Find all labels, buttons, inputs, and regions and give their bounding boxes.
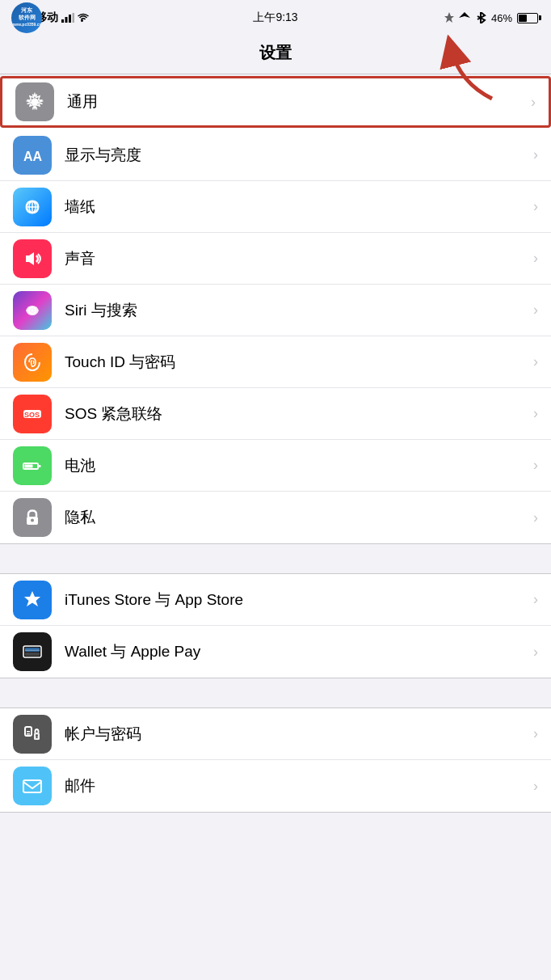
mail-label: 邮件 [65,775,527,796]
settings-row-battery[interactable]: 电池 › [0,440,551,492]
svg-text:SOS: SOS [24,411,40,419]
accounts-label: 帐户与密码 [65,724,527,745]
settings-group-1: 通用 › AA 显示与亮度 › [0,76,551,544]
display-label: 显示与亮度 [65,145,527,166]
svg-rect-19 [25,464,33,467]
settings-row-wallpaper[interactable]: 墙纸 › [0,181,551,233]
svg-marker-11 [26,252,34,265]
general-label: 通用 [67,91,524,112]
svg-rect-26 [25,650,40,652]
watermark: 河东软件网www.pc0359.cn [6,2,47,34]
svg-rect-28 [27,731,30,733]
wallpaper-label: 墙纸 [65,196,527,218]
siri-label: Siri 与搜索 [65,300,527,321]
wallet-chevron: › [533,644,538,661]
settings-row-sos[interactable]: SOS SOS 紧急联络 › [0,388,551,440]
bluetooth-icon [475,12,486,23]
svg-rect-33 [23,780,41,792]
privacy-label: 隐私 [65,507,527,528]
display-chevron: › [533,146,538,163]
wifi-icon [78,13,89,23]
general-chevron: › [531,94,536,111]
time-label: 上午9:13 [253,11,297,25]
appstore-icon [13,581,52,619]
sos-icon: SOS [13,395,52,433]
settings-row-display[interactable]: AA 显示与亮度 › [0,129,551,181]
svg-rect-32 [36,737,38,738]
sos-label: SOS 紧急联络 [65,403,527,425]
settings-group-2: iTunes Store 与 App Store › Wallet 与 Appl… [0,573,551,678]
svg-text:AA: AA [23,150,43,163]
wallet-label: Wallet 与 Apple Pay [65,641,527,662]
appstore-label: iTunes Store 与 App Store [65,589,527,610]
status-bar: 河东软件网www.pc0359.cn 中国移动 上午9:13 46% [0,0,551,36]
battery-icon [517,13,538,23]
svg-rect-25 [25,653,40,656]
battery-chevron: › [533,457,538,474]
accounts-chevron: › [533,725,538,742]
settings-row-touchid[interactable]: Touch ID 与密码 › [0,336,551,388]
sound-icon [13,239,52,278]
appstore-chevron: › [533,591,538,608]
nav-bar: 设置 [0,36,551,74]
settings-row-wallet[interactable]: Wallet 与 Apple Pay › [0,626,551,678]
wallpaper-icon [13,188,52,226]
svg-rect-3 [73,13,75,23]
settings-row-appstore[interactable]: iTunes Store 与 App Store › [0,574,551,626]
battery-row-icon [13,446,52,485]
signal-icon [61,13,74,23]
sound-label: 声音 [65,248,527,269]
svg-rect-2 [69,15,71,23]
svg-rect-1 [65,17,68,23]
settings-row-siri[interactable]: Siri 与搜索 › [0,285,551,336]
display-icon: AA [13,136,52,175]
settings-row-sound[interactable]: 声音 › [0,233,551,285]
svg-point-14 [32,309,34,311]
settings-row-accounts[interactable]: 帐户与密码 › [0,708,551,760]
accounts-icon [13,715,52,754]
privacy-chevron: › [533,509,538,526]
siri-icon [13,291,52,330]
siri-chevron: › [533,302,538,319]
battery-label: 电池 [65,455,527,476]
mail-chevron: › [533,778,538,795]
svg-point-21 [31,519,34,522]
page-title: 设置 [259,44,292,61]
svg-point-31 [36,734,38,737]
settings-row-privacy[interactable]: 隐私 › [0,492,551,543]
wallpaper-chevron: › [533,198,538,215]
svg-rect-29 [27,733,30,735]
settings-row-general[interactable]: 通用 › [0,76,551,128]
battery-percent: 46% [491,12,512,24]
touchid-icon [13,343,52,382]
settings-group-3: 帐户与密码 › 邮件 › [0,708,551,813]
mail-icon [13,767,52,805]
privacy-icon [13,498,52,537]
svg-rect-18 [39,465,41,467]
sound-chevron: › [533,250,538,267]
sos-chevron: › [533,405,538,422]
svg-rect-0 [61,19,64,23]
direction-icon [459,12,470,23]
general-icon [15,82,54,121]
touchid-label: Touch ID 与密码 [65,352,527,373]
status-right: 46% [444,12,538,24]
location-icon [444,12,454,23]
wallet-icon [13,632,52,671]
settings-row-mail[interactable]: 邮件 › [0,760,551,812]
touchid-chevron: › [533,353,538,370]
